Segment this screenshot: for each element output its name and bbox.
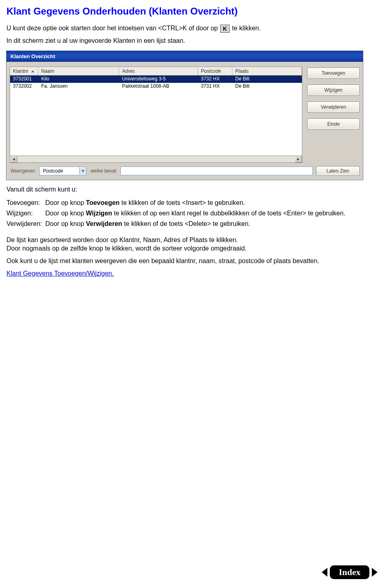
action-post: te klikken of de toets <Delete> te gebru… bbox=[122, 220, 250, 227]
action-pre: Door op knop bbox=[45, 210, 86, 217]
klanten-overzicht-window: Klanten Overzicht Klantnr Naam Adres Pos… bbox=[6, 51, 363, 180]
sort-asc-icon bbox=[31, 70, 34, 72]
cell-adres: Pakketstraat 1008-AB bbox=[119, 83, 198, 90]
cell-postcode: 3731 HX bbox=[198, 83, 232, 90]
action-desc: Door op knop Toevoegen te klikken of de … bbox=[45, 198, 349, 209]
column-header-adres[interactable]: Adres bbox=[119, 67, 198, 75]
cell-naam: Kilo bbox=[38, 76, 119, 83]
chevron-down-icon: ▼ bbox=[79, 167, 86, 175]
cell-adres: Universiteitsweg 3-5 bbox=[119, 76, 198, 83]
cell-naam: Fa. Janssen bbox=[38, 83, 119, 90]
cell-klantnr: 3732002 bbox=[10, 83, 38, 90]
action-pre: Door op knop bbox=[45, 220, 86, 227]
laten-zien-button[interactable]: Laten Zien bbox=[316, 166, 360, 176]
cell-postcode: 3732 HX bbox=[198, 76, 232, 83]
action-term: Toevoegen: bbox=[6, 198, 45, 209]
action-post: te klikken of de toets <Insert> te gebru… bbox=[120, 199, 245, 206]
cell-plaats: De Bilt bbox=[232, 83, 302, 90]
action-term: Wijzigen: bbox=[6, 209, 45, 219]
verwijderen-button[interactable]: Verwijderen bbox=[307, 101, 360, 113]
horizontal-scrollbar[interactable]: ◄ ► bbox=[10, 156, 302, 163]
after-intro: Vanuit dit scherm kunt u: bbox=[6, 185, 382, 194]
column-header-postcode[interactable]: Postcode bbox=[198, 67, 232, 75]
weergeven-select-value: Postcode bbox=[40, 168, 79, 174]
intro-line-2: In dit scherm ziet u al uw ingevoerde Kl… bbox=[6, 37, 382, 45]
scroll-right-icon[interactable]: ► bbox=[295, 156, 302, 162]
cell-klantnr: 3732001 bbox=[10, 76, 38, 83]
action-definitions: Toevoegen: Door op knop Toevoegen te kli… bbox=[6, 198, 349, 230]
column-header-plaats[interactable]: Plaats bbox=[232, 67, 302, 75]
action-pre: Door op knop bbox=[45, 199, 86, 206]
k-shortcut-icon: K bbox=[220, 25, 229, 33]
welke-bevat-label: welke bevat bbox=[90, 168, 117, 174]
klanten-list: Klantnr Naam Adres Postcode Plaats 37320… bbox=[10, 67, 302, 163]
intro-post: te klikken. bbox=[232, 25, 261, 32]
weergeven-label: Weergeven bbox=[10, 168, 36, 174]
action-term: Verwijderen: bbox=[6, 219, 45, 230]
filter-paragraph: Ook kunt u de lijst met klanten weergeve… bbox=[6, 257, 382, 266]
action-post: te klikken of op een klant regel te dubb… bbox=[112, 210, 345, 217]
action-bold: Toevoegen bbox=[86, 199, 120, 206]
window-titlebar: Klanten Overzicht bbox=[6, 51, 363, 62]
cell-plaats: De Bilt bbox=[232, 76, 302, 83]
scroll-left-icon[interactable]: ◄ bbox=[10, 156, 17, 162]
action-bold: Verwijderen bbox=[86, 220, 122, 227]
intro-line-1: U kunt deze optie ook starten door het i… bbox=[6, 24, 382, 33]
column-header-label: Klantnr bbox=[13, 68, 28, 74]
action-desc: Door op knop Verwijderen te klikken of d… bbox=[45, 219, 349, 230]
intro-pre: U kunt deze optie ook starten door het i… bbox=[6, 25, 218, 32]
toevoegen-button[interactable]: Toevoegen bbox=[307, 67, 360, 79]
klant-toevoegen-wijzigen-link[interactable]: Klant Gegevens Toevoegen/Wijzigen. bbox=[6, 270, 114, 277]
wijzigen-button[interactable]: Wijzigen bbox=[307, 84, 360, 96]
column-header-klantnr[interactable]: Klantnr bbox=[10, 67, 38, 75]
sort-paragraph-1: De lijst kan gesorteerd worden door op K… bbox=[6, 236, 382, 244]
column-header-naam[interactable]: Naam bbox=[38, 67, 119, 75]
weergeven-select[interactable]: Postcode ▼ bbox=[39, 166, 86, 175]
filter-input[interactable] bbox=[120, 166, 313, 175]
einde-button[interactable]: Einde bbox=[307, 118, 360, 130]
sort-paragraph-2: Door nogmaals op de zelfde knop te klikk… bbox=[6, 244, 382, 253]
action-desc: Door op knop Wijzigen te klikken of op e… bbox=[45, 209, 349, 219]
page-title: Klant Gegevens Onderhouden (Klanten Over… bbox=[6, 6, 382, 17]
table-row[interactable]: 3732002 Fa. Janssen Pakketstraat 1008-AB… bbox=[10, 83, 302, 90]
table-row[interactable]: 3732001 Kilo Universiteitsweg 3-5 3732 H… bbox=[10, 76, 302, 83]
action-bold: Wijzigen bbox=[86, 210, 112, 217]
